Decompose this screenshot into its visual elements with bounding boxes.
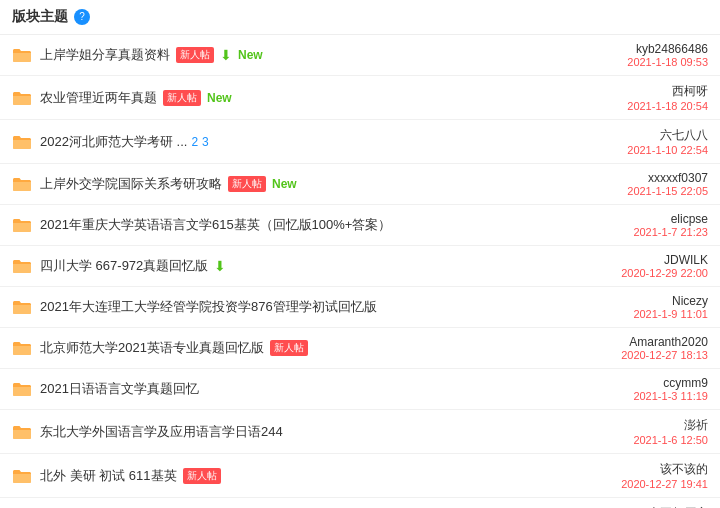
meta-user: elicpse (548, 212, 708, 226)
thread-title[interactable]: 北京师范大学2021英语专业真题回忆版 (40, 339, 264, 357)
list-item: 苏大432新人帖本王超厉害2021-1-7 12:43 (0, 498, 720, 508)
help-icon[interactable]: ? (74, 9, 90, 25)
meta-user: xxxxxf0307 (548, 171, 708, 185)
folder-icon (12, 217, 32, 233)
meta-time: 2021-1-7 21:23 (548, 226, 708, 238)
badge-new-text: New (207, 91, 232, 105)
page-numbers: 23 (191, 135, 208, 149)
thread-title[interactable]: 四川大学 667-972真题回忆版 (40, 257, 208, 275)
row-title-area: 北京师范大学2021英语专业真题回忆版新人帖 (40, 339, 548, 357)
list-item: 上岸外交学院国际关系考研攻略新人帖Newxxxxxf03072021-1-15 … (0, 164, 720, 205)
meta-user: 澎祈 (548, 417, 708, 434)
badge-new-member: 新人帖 (228, 176, 266, 192)
thread-title[interactable]: 农业管理近两年真题 (40, 89, 157, 107)
list-item: 北外 美研 初试 611基英新人帖该不该的2020-12-27 19:41 (0, 454, 720, 498)
meta-time: 2021-1-18 20:54 (548, 100, 708, 112)
meta-time: 2020-12-29 22:00 (548, 267, 708, 279)
folder-icon (12, 424, 32, 440)
thread-title[interactable]: 2021年大连理工大学经管学院投资学876管理学初试回忆版 (40, 298, 377, 316)
thread-title[interactable]: 上岸学姐分享真题资料 (40, 46, 170, 64)
page-link[interactable]: 3 (202, 135, 209, 149)
row-meta: xxxxxf03072021-1-15 22:05 (548, 171, 708, 197)
meta-user: kyb24866486 (548, 42, 708, 56)
row-title-area: 2021年大连理工大学经管学院投资学876管理学初试回忆版 (40, 298, 548, 316)
row-meta: 该不该的2020-12-27 19:41 (548, 461, 708, 490)
list-item: 2021年重庆大学英语语言文学615基英（回忆版100%+答案）elicpse2… (0, 205, 720, 246)
row-meta: kyb248664862021-1-18 09:53 (548, 42, 708, 68)
row-title-area: 上岸外交学院国际关系考研攻略新人帖New (40, 175, 548, 193)
folder-icon (12, 381, 32, 397)
row-meta: 六七八八2021-1-10 22:54 (548, 127, 708, 156)
folder-icon (12, 90, 32, 106)
row-meta: Nicezy2021-1-9 11:01 (548, 294, 708, 320)
folder-icon (12, 340, 32, 356)
meta-time: 2020-12-27 18:13 (548, 349, 708, 361)
folder-icon (12, 258, 32, 274)
folder-icon (12, 134, 32, 150)
row-title-area: 上岸学姐分享真题资料新人帖⬇New (40, 46, 548, 64)
meta-user: 该不该的 (548, 461, 708, 478)
badge-new-text: New (238, 48, 263, 62)
thread-list: 上岸学姐分享真题资料新人帖⬇Newkyb248664862021-1-18 09… (0, 35, 720, 508)
meta-time: 2021-1-3 11:19 (548, 390, 708, 402)
page-header: 版块主题 ? (0, 0, 720, 35)
badge-new-member: 新人帖 (270, 340, 308, 356)
thread-title[interactable]: 北外 美研 初试 611基英 (40, 467, 177, 485)
thread-title[interactable]: 上岸外交学院国际关系考研攻略 (40, 175, 222, 193)
meta-user: Nicezy (548, 294, 708, 308)
badge-new-text: New (272, 177, 297, 191)
meta-time: 2021-1-10 22:54 (548, 144, 708, 156)
list-item: 2022河北师范大学考研 ...23六七八八2021-1-10 22:54 (0, 120, 720, 164)
folder-icon (12, 468, 32, 484)
thread-title[interactable]: 2021年重庆大学英语语言文学615基英（回忆版100%+答案） (40, 216, 391, 234)
row-meta: ccymm92021-1-3 11:19 (548, 376, 708, 402)
list-item: 2021日语语言文学真题回忆ccymm92021-1-3 11:19 (0, 369, 720, 410)
thread-title[interactable]: 2022河北师范大学考研 ... (40, 133, 187, 151)
thread-title[interactable]: 东北大学外国语言学及应用语言学日语244 (40, 423, 283, 441)
row-meta: JDWILK2020-12-29 22:00 (548, 253, 708, 279)
page-title: 版块主题 (12, 8, 68, 26)
badge-new-member: 新人帖 (183, 468, 221, 484)
download-icon[interactable]: ⬇ (214, 258, 226, 274)
row-title-area: 2021日语语言文学真题回忆 (40, 380, 548, 398)
folder-icon (12, 176, 32, 192)
list-item: 北京师范大学2021英语专业真题回忆版新人帖Amaranth20202020-1… (0, 328, 720, 369)
meta-user: ccymm9 (548, 376, 708, 390)
meta-time: 2020-12-27 19:41 (548, 478, 708, 490)
list-item: 东北大学外国语言学及应用语言学日语244澎祈2021-1-6 12:50 (0, 410, 720, 454)
list-item: 2021年大连理工大学经管学院投资学876管理学初试回忆版Nicezy2021-… (0, 287, 720, 328)
list-item: 四川大学 667-972真题回忆版⬇JDWILK2020-12-29 22:00 (0, 246, 720, 287)
row-title-area: 东北大学外国语言学及应用语言学日语244 (40, 423, 548, 441)
row-title-area: 北外 美研 初试 611基英新人帖 (40, 467, 548, 485)
row-meta: Amaranth20202020-12-27 18:13 (548, 335, 708, 361)
row-meta: 西柯呀2021-1-18 20:54 (548, 83, 708, 112)
meta-user: Amaranth2020 (548, 335, 708, 349)
meta-time: 2021-1-6 12:50 (548, 434, 708, 446)
row-title-area: 四川大学 667-972真题回忆版⬇ (40, 257, 548, 275)
badge-new-member: 新人帖 (163, 90, 201, 106)
row-title-area: 农业管理近两年真题新人帖New (40, 89, 548, 107)
page-link[interactable]: 2 (191, 135, 198, 149)
row-title-area: 2021年重庆大学英语语言文学615基英（回忆版100%+答案） (40, 216, 548, 234)
folder-icon (12, 47, 32, 63)
badge-new-member: 新人帖 (176, 47, 214, 63)
meta-user: 六七八八 (548, 127, 708, 144)
meta-time: 2021-1-15 22:05 (548, 185, 708, 197)
meta-user: 西柯呀 (548, 83, 708, 100)
thread-title[interactable]: 2021日语语言文学真题回忆 (40, 380, 199, 398)
meta-user: JDWILK (548, 253, 708, 267)
download-icon[interactable]: ⬇ (220, 47, 232, 63)
row-meta: 澎祈2021-1-6 12:50 (548, 417, 708, 446)
meta-time: 2021-1-18 09:53 (548, 56, 708, 68)
row-title-area: 2022河北师范大学考研 ...23 (40, 133, 548, 151)
list-item: 农业管理近两年真题新人帖New西柯呀2021-1-18 20:54 (0, 76, 720, 120)
folder-icon (12, 299, 32, 315)
row-meta: elicpse2021-1-7 21:23 (548, 212, 708, 238)
list-item: 上岸学姐分享真题资料新人帖⬇Newkyb248664862021-1-18 09… (0, 35, 720, 76)
meta-time: 2021-1-9 11:01 (548, 308, 708, 320)
